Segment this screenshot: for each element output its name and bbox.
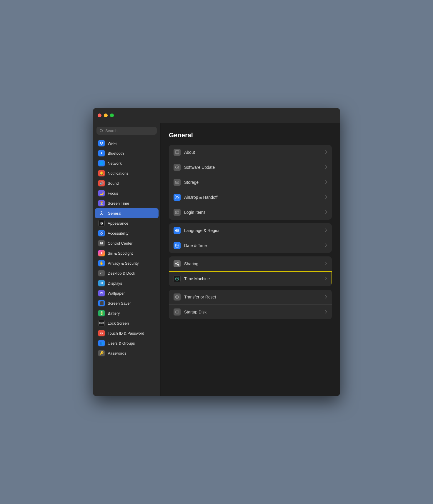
- settings-row-loginitems[interactable]: Login Items: [169, 205, 332, 220]
- titlebar: [93, 108, 340, 123]
- row-label-storage: Storage: [184, 180, 325, 185]
- sidebar-item-general[interactable]: General: [95, 208, 159, 218]
- sidebar-item-label-screensaver: Screen Saver: [108, 301, 131, 306]
- row-icon-loginitems: [174, 209, 181, 216]
- settings-row-about[interactable]: About: [169, 145, 332, 160]
- sidebar-item-bluetooth[interactable]: ✦Bluetooth: [95, 148, 159, 158]
- sidebar-item-focus[interactable]: 🌙Focus: [95, 188, 159, 198]
- row-icon-language: [174, 227, 181, 234]
- privacy-icon: ✋: [98, 260, 105, 266]
- settings-row-timemachine[interactable]: Time Machine: [169, 271, 332, 286]
- sidebar-item-privacy[interactable]: ✋Privacy & Security: [95, 258, 159, 268]
- row-label-datetime: Date & Time: [184, 243, 325, 248]
- svg-point-10: [176, 196, 178, 198]
- page-title: General: [169, 131, 332, 139]
- sidebar-item-label-notifications: Notifications: [108, 171, 129, 176]
- sidebar-item-battery[interactable]: 🔋Battery: [95, 308, 159, 318]
- svg-rect-32: [175, 311, 179, 313]
- sidebar-item-label-appearance: Appearance: [108, 221, 128, 226]
- sidebar-item-label-screentime: Screen Time: [108, 201, 129, 206]
- system-preferences-window: Search Wi-Fi✦Bluetooth🌐Network🔔Notificat…: [93, 108, 340, 396]
- settings-row-startup[interactable]: Startup Disk: [169, 305, 332, 319]
- sidebar-item-users[interactable]: 👥Users & Groups: [95, 338, 159, 348]
- close-button[interactable]: [98, 114, 101, 117]
- general-icon: [98, 210, 105, 216]
- sidebar-item-label-passwords: Passwords: [108, 351, 126, 356]
- sidebar-item-notifications[interactable]: 🔔Notifications: [95, 168, 159, 178]
- sidebar-nav: Wi-Fi✦Bluetooth🌐Network🔔Notifications🔊So…: [93, 138, 160, 358]
- screentime-icon: ⏳: [98, 200, 105, 206]
- main-content: General About Software Update Storage: [161, 123, 340, 396]
- settings-row-transfer[interactable]: Transfer or Reset: [169, 290, 332, 305]
- row-chevron-timemachine: [325, 276, 327, 281]
- sidebar-item-label-wallpaper: Wallpaper: [108, 291, 125, 296]
- settings-group-group1: About Software Update Storage AirDrop & …: [169, 145, 332, 220]
- settings-row-sharing[interactable]: Sharing: [169, 256, 332, 271]
- row-label-softwareupdate: Software Update: [184, 165, 325, 170]
- sidebar-item-passwords[interactable]: 🔑Passwords: [95, 348, 159, 358]
- sidebar-item-label-sound: Sound: [108, 181, 119, 186]
- row-icon-datetime: [174, 242, 181, 249]
- sidebar-item-siri[interactable]: ✦Siri & Spotlight: [95, 248, 159, 258]
- sidebar-item-screensaver[interactable]: ⬛Screen Saver: [95, 298, 159, 308]
- minimize-button[interactable]: [104, 114, 108, 117]
- sidebar-item-appearance[interactable]: ◑Appearance: [95, 218, 159, 228]
- traffic-lights: [98, 114, 114, 117]
- svg-point-31: [176, 296, 179, 299]
- passwords-icon: 🔑: [98, 350, 105, 356]
- row-icon-storage: [174, 179, 181, 186]
- row-chevron-loginitems: [325, 210, 327, 215]
- row-icon-timemachine: [174, 275, 181, 282]
- settings-row-datetime[interactable]: Date & Time: [169, 238, 332, 253]
- sidebar-item-screentime[interactable]: ⏳Screen Time: [95, 198, 159, 208]
- sidebar-item-displays[interactable]: 🖥Displays: [95, 278, 159, 288]
- bluetooth-icon: ✦: [98, 150, 105, 156]
- search-placeholder: Search: [105, 128, 117, 133]
- svg-point-33: [176, 312, 176, 312]
- sidebar-item-wifi[interactable]: Wi-Fi: [95, 138, 159, 148]
- sidebar-item-label-general: General: [108, 211, 121, 216]
- svg-line-1: [102, 131, 103, 132]
- settings-row-language[interactable]: Language & Region: [169, 223, 332, 238]
- settings-group-group4: Transfer or Reset Startup Disk: [169, 290, 332, 319]
- sidebar-item-accessibility[interactable]: ♿Accessibility: [95, 228, 159, 238]
- settings-group-group3: Sharing Time Machine: [169, 256, 332, 286]
- search-box[interactable]: Search: [96, 127, 157, 135]
- row-chevron-storage: [325, 180, 327, 185]
- row-chevron-sharing: [325, 261, 327, 266]
- row-chevron-startup: [325, 310, 327, 314]
- settings-row-storage[interactable]: Storage: [169, 175, 332, 190]
- sidebar-item-touchid[interactable]: ⊙Touch ID & Password: [95, 328, 159, 338]
- focus-icon: 🌙: [98, 190, 105, 196]
- settings-groups: About Software Update Storage AirDrop & …: [169, 145, 332, 319]
- sidebar-item-desktop[interactable]: ▭Desktop & Dock: [95, 268, 159, 278]
- sidebar-item-wallpaper[interactable]: ✿Wallpaper: [95, 288, 159, 298]
- sidebar-item-label-desktop: Desktop & Dock: [108, 271, 135, 276]
- row-chevron-transfer: [325, 295, 327, 299]
- sidebar-item-label-wifi: Wi-Fi: [108, 141, 116, 146]
- settings-row-softwareupdate[interactable]: Software Update: [169, 160, 332, 175]
- row-label-sharing: Sharing: [184, 261, 325, 266]
- row-icon-sharing: [174, 260, 181, 267]
- svg-point-3: [101, 213, 102, 214]
- sidebar-item-label-touchid: Touch ID & Password: [108, 331, 144, 336]
- displays-icon: 🖥: [98, 280, 105, 286]
- sidebar-item-sound[interactable]: 🔊Sound: [95, 178, 159, 188]
- row-label-loginitems: Login Items: [184, 210, 325, 215]
- sidebar-item-label-controlcenter: Control Center: [108, 241, 133, 246]
- row-label-timemachine: Time Machine: [184, 276, 325, 281]
- svg-point-23: [175, 263, 176, 264]
- sound-icon: 🔊: [98, 180, 105, 186]
- battery-icon: 🔋: [98, 310, 105, 316]
- maximize-button[interactable]: [110, 114, 114, 117]
- sidebar-item-network[interactable]: 🌐Network: [95, 158, 159, 168]
- search-container: Search: [93, 127, 160, 138]
- controlcenter-icon: ⊞: [98, 240, 105, 246]
- row-label-airdrop: AirDrop & Handoff: [184, 195, 325, 200]
- settings-row-airdrop[interactable]: AirDrop & Handoff: [169, 190, 332, 205]
- sidebar-item-controlcenter[interactable]: ⊞Control Center: [95, 238, 159, 248]
- desktop-icon: ▭: [98, 270, 105, 276]
- row-label-startup: Startup Disk: [184, 310, 325, 314]
- row-label-transfer: Transfer or Reset: [184, 295, 325, 299]
- sidebar-item-lockscreen[interactable]: ⌨Lock Screen: [95, 318, 159, 328]
